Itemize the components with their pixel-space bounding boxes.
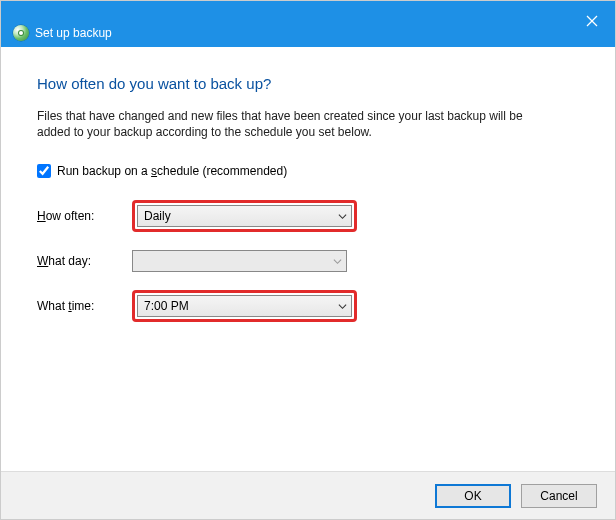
close-button[interactable] <box>569 5 615 37</box>
combo-what-time[interactable]: 7:00 PM <box>137 295 352 317</box>
title-bar: Set up backup <box>1 1 615 47</box>
combo-what-day <box>132 250 347 272</box>
label-what-day: What day: <box>37 254 132 268</box>
content-area: How often do you want to back up? Files … <box>1 47 615 471</box>
combo-what-time-value: 7:00 PM <box>144 299 189 313</box>
combo-how-often-value: Daily <box>144 209 171 223</box>
combo-how-often[interactable]: Daily <box>137 205 352 227</box>
row-what-day: What day: <box>37 250 579 272</box>
backup-disc-icon <box>13 25 29 41</box>
schedule-checkbox-label: Run backup on a schedule (recommended) <box>57 164 287 178</box>
chevron-down-icon <box>338 212 347 221</box>
row-what-time: What time: 7:00 PM <box>37 290 579 322</box>
schedule-checkbox-row[interactable]: Run backup on a schedule (recommended) <box>37 164 579 178</box>
button-bar: OK Cancel <box>1 471 615 519</box>
label-how-often: How often: <box>37 209 132 223</box>
window-title: Set up backup <box>35 26 112 40</box>
intro-text: Files that have changed and new files th… <box>37 108 557 140</box>
window-title-row: Set up backup <box>13 25 112 41</box>
close-icon <box>586 15 598 27</box>
row-how-often: How often: Daily <box>37 200 579 232</box>
highlight-how-often: Daily <box>132 200 357 232</box>
ok-button[interactable]: OK <box>435 484 511 508</box>
schedule-checkbox[interactable] <box>37 164 51 178</box>
cancel-button[interactable]: Cancel <box>521 484 597 508</box>
label-what-time: What time: <box>37 299 132 313</box>
page-heading: How often do you want to back up? <box>37 75 579 92</box>
chevron-down-icon <box>338 302 347 311</box>
chevron-down-icon <box>333 257 342 266</box>
highlight-what-time: 7:00 PM <box>132 290 357 322</box>
